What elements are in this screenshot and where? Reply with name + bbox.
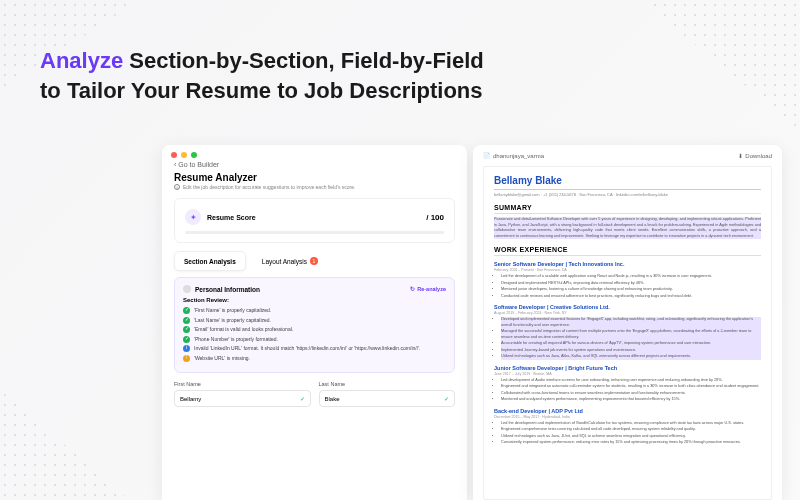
section-review-card: Personal Information ↻ Re-analyze Sectio…	[174, 277, 455, 373]
job-title: Senior Software Developer | Tech Innovat…	[494, 261, 761, 267]
section-name: Personal Information	[195, 286, 260, 293]
job-meta: June 2017 – July 2019 · Boston, MA	[494, 372, 761, 376]
person-icon	[183, 285, 191, 293]
job-meta: August 2019 – February 2024 · New York, …	[494, 311, 761, 315]
job-meta: February 2024 – Present · San Francisco,…	[494, 268, 761, 272]
status-icon: ✓	[183, 317, 190, 324]
analyzer-pane: ‹ Go to Builder Resume Analyzer i Edit t…	[162, 145, 467, 500]
status-icon: !	[183, 355, 190, 362]
page-title: Resume Analyzer	[162, 172, 467, 184]
page-subtitle: i Edit the job description for accurate …	[162, 184, 467, 196]
sparkle-icon: ✦	[185, 209, 201, 225]
job-bullets: Led the development and implementation o…	[501, 421, 761, 446]
review-item: ✓'Phone Number' is properly formatted.	[183, 336, 446, 343]
job-title: Software Developer | Creative Solutions …	[494, 304, 761, 310]
info-icon: i	[174, 184, 180, 190]
hero-accent: Analyze	[40, 48, 123, 73]
close-icon[interactable]	[171, 152, 177, 158]
hero-line2: to Tailor Your Resume to Job Description…	[40, 78, 483, 103]
download-button[interactable]: ⬇ Download	[738, 152, 772, 159]
work-heading: WORK EXPERIENCE	[494, 246, 761, 256]
summary-heading: SUMMARY	[494, 204, 761, 214]
first-name-field: First Name Bellamy✓	[174, 381, 311, 407]
review-item: iInvalid 'LinkedIn URL' format. It shoul…	[183, 345, 446, 352]
review-item: ✓'Email' format is valid and looks profe…	[183, 326, 446, 333]
summary-text: Passionate and detail-oriented Software …	[494, 217, 761, 239]
resume-score-card: ✦ Resume Score / 100	[174, 198, 455, 243]
resume-name: Bellamy Blake	[494, 175, 761, 190]
window-controls	[162, 145, 467, 161]
job-title: Junior Software Developer | Bright Futur…	[494, 365, 761, 371]
job-bullets: Led development of Audio interface scree…	[501, 378, 761, 403]
tab-section-analysis[interactable]: Section Analysis	[174, 251, 246, 271]
back-to-builder-link[interactable]: ‹ Go to Builder	[162, 161, 467, 172]
resume-contact: bellamyblake@gmail.com · +1 (555) 234-56…	[494, 192, 761, 197]
tab-layout-analysis[interactable]: Layout Analysis 1	[252, 251, 328, 271]
first-name-input[interactable]: Bellamy✓	[174, 390, 311, 407]
job-bullets: Led the development of a scalable web ap…	[501, 274, 761, 299]
last-name-field: Last Name Blake✓	[319, 381, 456, 407]
check-icon: ✓	[300, 395, 305, 402]
file-name: 📄 dhanunjaya_varma	[483, 152, 544, 159]
job-title: Back-end Developer | ADP Pvt Ltd	[494, 408, 761, 414]
last-name-label: Last Name	[319, 381, 456, 387]
app-mockup: ‹ Go to Builder Resume Analyzer i Edit t…	[162, 145, 782, 500]
score-value: / 100	[426, 213, 444, 222]
status-icon: ✓	[183, 326, 190, 333]
status-icon: ✓	[183, 307, 190, 314]
review-item: ✓'First Name' is properly capitalized.	[183, 307, 446, 314]
status-icon: i	[183, 345, 190, 352]
analysis-tabs: Section Analysis Layout Analysis 1	[162, 249, 467, 277]
review-item: !'Website URL' is missing.	[183, 355, 446, 362]
score-label: Resume Score	[207, 214, 420, 221]
layout-badge: 1	[310, 257, 318, 265]
resume-document: Bellamy Blake bellamyblake@gmail.com · +…	[483, 166, 772, 500]
maximize-icon[interactable]	[191, 152, 197, 158]
fields-row: First Name Bellamy✓ Last Name Blake✓	[162, 379, 467, 407]
hero-rest1: Section-by-Section, Field-by-Field	[129, 48, 483, 73]
last-name-input[interactable]: Blake✓	[319, 390, 456, 407]
review-title: Section Review:	[183, 297, 446, 303]
reanalyze-button[interactable]: ↻ Re-analyze	[410, 286, 446, 292]
status-icon: ✓	[183, 336, 190, 343]
hero-heading: Analyze Section-by-Section, Field-by-Fie…	[40, 46, 484, 105]
resume-preview-pane: 📄 dhanunjaya_varma ⬇ Download Bellamy Bl…	[473, 145, 782, 500]
job-bullets: Developed and implemented essential feat…	[501, 317, 761, 360]
first-name-label: First Name	[174, 381, 311, 387]
job-meta: December 2015 – May 2017 · Hyderabad, In…	[494, 415, 761, 419]
minimize-icon[interactable]	[181, 152, 187, 158]
review-item: ✓'Last Name' is properly capitalized.	[183, 317, 446, 324]
check-icon: ✓	[444, 395, 449, 402]
score-bar	[185, 231, 444, 234]
